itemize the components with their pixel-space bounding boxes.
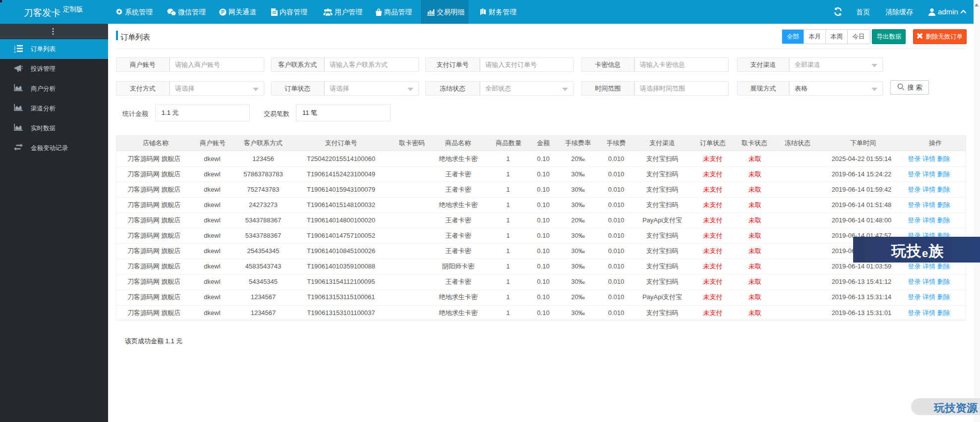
svg-text:P: P — [221, 9, 225, 15]
svg-text:3: 3 — [14, 51, 16, 53]
